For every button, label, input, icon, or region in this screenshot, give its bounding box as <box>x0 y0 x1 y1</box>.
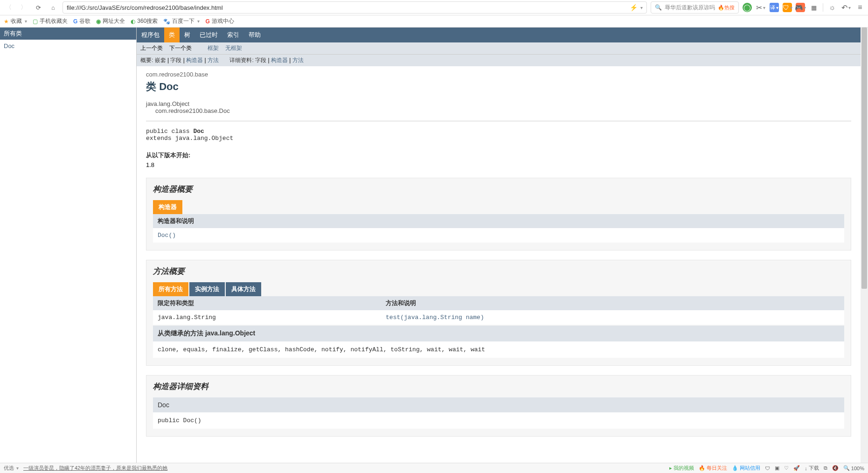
bookmark-google[interactable]: G谷歌 <box>73 17 90 25</box>
constructor-col-header: 构造器和说明 <box>153 214 844 228</box>
home-button[interactable]: ⌂ <box>48 2 59 13</box>
sidebar-class-link[interactable]: Doc <box>4 42 132 49</box>
method-col2-header: 方法和说明 <box>381 296 844 310</box>
table-row: java.lang.String test(java.lang.String n… <box>153 310 844 325</box>
summary-constr[interactable]: 构造器 <box>186 57 203 63</box>
inherit-self: com.redrose2100.base.Doc <box>155 107 851 114</box>
apps-grid-icon[interactable]: ▦ <box>809 2 819 13</box>
home-icon: ⌂ <box>51 4 55 11</box>
tab-all-methods[interactable]: 所有方法 <box>153 282 188 296</box>
since-value: 1.8 <box>146 161 851 168</box>
frames-link[interactable]: 框架 <box>208 44 219 52</box>
main-container: 所有类 Doc 程序包 类 树 已过时 索引 帮助 上一个类 下一个类 框架 无… <box>0 28 868 463</box>
detail-method[interactable]: 方法 <box>292 57 304 63</box>
google-icon: G <box>73 18 77 25</box>
undo-icon[interactable]: ↶▾ <box>841 2 851 13</box>
method-col1-header: 限定符和类型 <box>153 296 381 310</box>
constructor-caption: 构造器 <box>153 200 182 214</box>
constructor-detail-sig: public Doc() <box>153 412 844 429</box>
nav-index[interactable]: 索引 <box>222 28 244 42</box>
constructor-summary-title: 构造器概要 <box>153 184 844 195</box>
hot-badge: 🔥热搜 <box>718 4 735 11</box>
constructor-detail-name: Doc <box>153 397 844 412</box>
method-table: 限定符和类型 方法和说明 java.lang.String test(java.… <box>153 296 844 325</box>
360-icon: ◐ <box>131 18 135 25</box>
nav-tree[interactable]: 树 <box>180 28 195 42</box>
bookmark-360[interactable]: ◐360搜索 <box>131 17 158 25</box>
bookmark-favorites[interactable]: ★收藏▾ <box>4 17 27 25</box>
inheritance-tree: java.lang.Object com.redrose2100.base.Do… <box>146 100 851 114</box>
search-placeholder: 辱华后道歉该原谅吗 <box>665 4 715 12</box>
search-box[interactable]: 🔍 辱华后道歉该原谅吗 🔥热搜 <box>651 1 739 14</box>
sub-nav: 上一个类 下一个类 框架 无框架 <box>137 42 861 54</box>
divider <box>823 3 823 12</box>
summary-bar: 概要: 嵌套 | 字段 | 构造器 | 方法 详细资料: 字段 | 构造器 | … <box>137 54 861 66</box>
bookmarks-bar: ★收藏▾ ▢手机收藏夹 G谷歌 ◉网址大全 ◐360搜索 🐾百度一下▾ G游戏中… <box>0 15 868 28</box>
chevron-right-icon: 〉 <box>21 3 27 12</box>
detail-constr[interactable]: 构造器 <box>271 57 288 63</box>
extension-icon-1[interactable]: ◯ <box>743 3 752 12</box>
nav-package[interactable]: 程序包 <box>137 28 164 42</box>
detail-label: 详细资料: <box>229 57 253 63</box>
menu-icon[interactable]: ≡ <box>855 2 865 13</box>
inherit-root: java.lang.Object <box>146 100 851 107</box>
content-area: com.redrose2100.base 类 Doc java.lang.Obj… <box>137 66 861 451</box>
browser-toolbar: 〈 〉 ⟳ ⌂ file:///G:/src/JavaSE/src/com/re… <box>0 0 868 15</box>
nav-help[interactable]: 帮助 <box>244 28 265 42</box>
method-tabs: 所有方法 实例方法 具体方法 <box>153 282 844 296</box>
back-button[interactable]: 〈 <box>3 2 14 13</box>
tab-concrete-methods[interactable]: 具体方法 <box>226 282 261 296</box>
translate-icon[interactable]: 译▾ <box>770 3 779 12</box>
noframes-link[interactable]: 无框架 <box>225 44 242 52</box>
globe-icon: ◉ <box>96 18 101 25</box>
phone-icon: ▢ <box>33 18 38 25</box>
dropdown-icon[interactable]: ▾ <box>640 5 643 10</box>
game-icon: G <box>205 18 209 25</box>
star-icon: ★ <box>4 18 9 25</box>
detail-field: 字段 <box>255 57 266 63</box>
method-summary-title: 方法概要 <box>153 266 844 277</box>
bookmark-baidu[interactable]: 🐾百度一下▾ <box>163 17 200 25</box>
sidebar-content: Doc <box>0 40 136 463</box>
since-label: 从以下版本开始: <box>146 151 851 160</box>
constructor-detail-title: 构造器详细资料 <box>153 381 844 392</box>
constructor-table: 构造器和说明 Doc() <box>153 214 844 243</box>
divider <box>146 121 851 121</box>
constructor-link[interactable]: Doc() <box>153 228 844 243</box>
bookmark-mobile[interactable]: ▢手机收藏夹 <box>33 17 68 25</box>
summary-field: 字段 <box>170 57 181 63</box>
url-text: file:///G:/src/JavaSE/src/com/redrose210… <box>67 4 223 11</box>
nav-class[interactable]: 类 <box>164 28 180 42</box>
forward-button[interactable]: 〉 <box>18 2 29 13</box>
baidu-icon: 🐾 <box>163 18 170 25</box>
method-signature-link[interactable]: test(java.lang.String name) <box>381 310 844 325</box>
method-summary-section: 方法概要 所有方法 实例方法 具体方法 限定符和类型 方法和说明 java.la… <box>146 260 851 366</box>
sun-icon[interactable]: ☼ <box>827 2 837 13</box>
bookmark-wangzhi[interactable]: ◉网址大全 <box>96 17 125 25</box>
prev-class: 上一个类 <box>140 44 163 52</box>
reload-icon: ⟳ <box>36 4 41 11</box>
sidebar-header: 所有类 <box>0 28 136 40</box>
bookmark-game[interactable]: G游戏中心 <box>205 17 234 25</box>
summary-label: 概要: <box>140 57 153 63</box>
constructor-detail-section: 构造器详细资料 Doc public Doc() <box>146 375 851 437</box>
summary-method[interactable]: 方法 <box>208 57 219 63</box>
inherited-methods-list: clone, equals, finalize, getClass, hashC… <box>153 341 844 358</box>
nav-deprecated[interactable]: 已过时 <box>195 28 222 42</box>
scrollbar-track[interactable] <box>861 28 868 463</box>
scrollbar-thumb[interactable] <box>861 28 867 289</box>
constructor-summary-section: 构造器概要 构造器 构造器和说明 Doc() <box>146 178 851 250</box>
left-panel: 所有类 Doc <box>0 28 137 463</box>
package-name: com.redrose2100.base <box>146 71 851 78</box>
javadoc-nav: 程序包 类 树 已过时 索引 帮助 <box>137 28 861 42</box>
gamepad-icon[interactable]: 🎮▾ <box>796 3 805 12</box>
chevron-left-icon: 〈 <box>6 3 12 12</box>
reload-button[interactable]: ⟳ <box>33 2 44 13</box>
shield-icon[interactable]: 🛡▾ <box>783 3 792 12</box>
url-bar[interactable]: file:///G:/src/JavaSE/src/com/redrose210… <box>62 1 647 14</box>
bolt-icon: ⚡ <box>630 4 638 11</box>
search-icon: 🔍 <box>655 4 662 11</box>
tab-instance-methods[interactable]: 实例方法 <box>189 282 225 296</box>
next-class: 下一个类 <box>169 44 192 52</box>
scissors-icon[interactable]: ✂▾ <box>756 2 766 13</box>
